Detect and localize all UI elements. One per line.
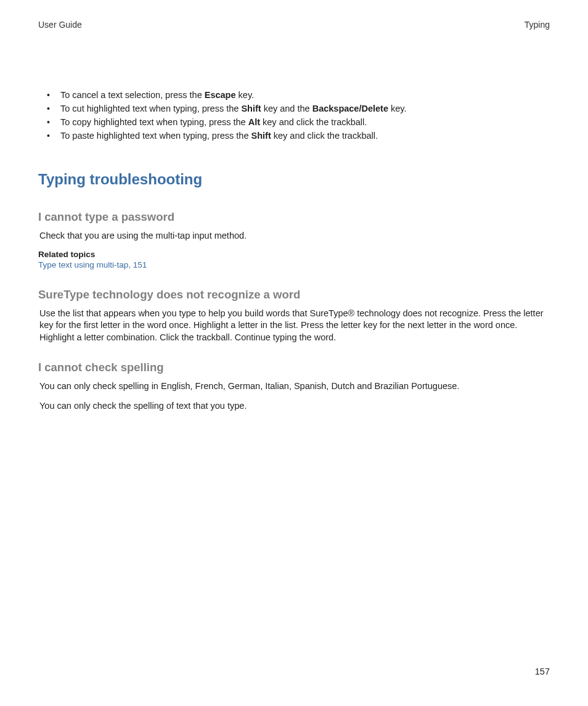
paragraph: You can only check spelling in English, … xyxy=(39,380,550,393)
text: To copy highlighted text when typing, pr… xyxy=(60,117,248,127)
text: key. xyxy=(388,104,407,113)
section-password: I cannot type a password Check that you … xyxy=(38,210,550,269)
text: key and the xyxy=(261,104,312,113)
paragraph: You can only check the spelling of text … xyxy=(39,400,550,413)
section-heading-h2: SureType technology does not recognize a… xyxy=(38,288,550,302)
text: key and click the trackball. xyxy=(260,117,367,127)
text: To cut highlighted text when typing, pre… xyxy=(60,104,241,113)
header-left: User Guide xyxy=(38,20,82,30)
section-heading-h2: I cannot check spelling xyxy=(38,361,550,374)
bullet-item: To copy highlighted text when typing, pr… xyxy=(43,116,550,129)
key-name: Escape xyxy=(205,90,236,100)
bullet-list: To cancel a text selection, press the Es… xyxy=(38,89,550,142)
bullet-item: To cancel a text selection, press the Es… xyxy=(43,89,550,102)
key-name: Shift xyxy=(241,104,261,113)
section-heading-h2: I cannot type a password xyxy=(38,210,550,224)
key-name: Backspace/Delete xyxy=(312,104,388,113)
section-spelling: I cannot check spelling You can only che… xyxy=(38,361,550,412)
key-name: Alt xyxy=(248,117,260,127)
page-header: User Guide Typing xyxy=(38,20,550,30)
document-page: User Guide Typing To cancel a text selec… xyxy=(0,0,588,706)
related-topics-label: Related topics xyxy=(38,250,550,259)
header-right: Typing xyxy=(525,20,550,30)
text: To cancel a text selection, press the xyxy=(60,90,205,100)
text: key and click the trackball. xyxy=(271,131,378,141)
key-name: Shift xyxy=(251,131,271,141)
text: key. xyxy=(236,90,255,100)
bullet-item: To cut highlighted text when typing, pre… xyxy=(43,102,550,115)
page-number: 157 xyxy=(535,667,550,676)
related-topic-link[interactable]: Type text using multi-tap, 151 xyxy=(38,260,550,269)
section-suretype: SureType technology does not recognize a… xyxy=(38,288,550,344)
text: To paste highlighted text when typing, p… xyxy=(60,131,251,141)
paragraph: Check that you are using the multi-tap i… xyxy=(39,230,550,242)
section-heading-h1: Typing troubleshooting xyxy=(38,171,550,188)
paragraph: Use the list that appears when you type … xyxy=(39,308,550,344)
bullet-item: To paste highlighted text when typing, p… xyxy=(43,129,550,142)
